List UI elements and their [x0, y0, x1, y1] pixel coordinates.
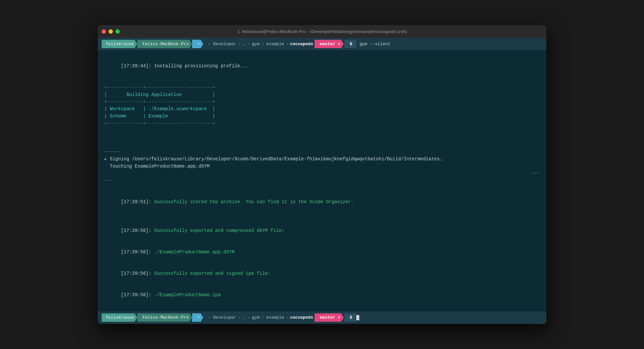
prompt-ellipsis: …: [242, 42, 246, 47]
scheme-label: Scheme: [110, 113, 126, 119]
bottom-dollar: $: [344, 313, 356, 322]
bottom-sep3: ›: [260, 315, 266, 320]
msg-dsym2: ./ExampleProductName.app.dSYM: [154, 249, 235, 255]
ts-ipa2: [17:39:56]:: [121, 292, 154, 298]
line-dsym-exported: [17:39:56]: Successfully exported and co…: [104, 220, 540, 241]
dash-line3: ---: [104, 177, 540, 184]
table-section: +-------------+------------------------+…: [104, 84, 540, 127]
prompt-example: example: [266, 42, 285, 47]
blank5: [104, 184, 540, 192]
traffic-lights: [102, 29, 120, 34]
line-dsym-path: [17:39:56]: ./ExampleProductName.app.dSY…: [104, 241, 540, 263]
terminal-body: [17:39:44]: Installing provisioning prof…: [98, 50, 546, 311]
blank1: [104, 77, 540, 84]
msg-ipa2: ./ExampleProductName.ipa: [154, 292, 221, 298]
window-title: 1. felixkrause@Felixs-MacBook-Pro: ~/Dev…: [237, 29, 407, 34]
table-workspace-row: | Workspace | ./Example.xcworkspace |: [104, 106, 540, 113]
msg-ipa1: Successfully exported and signed ipa fil…: [154, 271, 271, 276]
prompt-dollar: $: [344, 40, 356, 48]
table-title-text: Building Application: [126, 92, 182, 97]
prompt-developer: Developer: [212, 42, 237, 47]
titlebar: 1. felixkrause@Felixs-MacBook-Pro: ~/Dev…: [98, 25, 546, 38]
blank6: [104, 213, 540, 220]
close-button[interactable]: [102, 29, 106, 34]
ts1: [17:39:44]:: [121, 63, 154, 69]
msg-archive: Successfully stored the archive. You can…: [154, 199, 354, 205]
bottom-prompt-host: Felixs-MacBook-Pro: [137, 313, 192, 322]
bottom-git: master +: [314, 313, 343, 322]
sep4: ›: [285, 42, 290, 47]
bottom-prompt-tilde: ~: [192, 313, 203, 322]
sep1: ›: [237, 42, 242, 47]
workspace-label: Workspace: [110, 106, 135, 111]
line-ipa-path: [17:39:56]: ./ExampleProductName.ipa: [104, 284, 540, 306]
bottom-gym: gym: [251, 315, 260, 320]
bottom-sep1: ›: [237, 315, 242, 320]
cursor: [356, 315, 359, 320]
dash-line1: ------: [104, 148, 540, 156]
success-archive: [17:39:51]: Successfully stored the arch…: [104, 192, 540, 213]
prompt-cocoapods: cocoapods: [290, 42, 313, 47]
msg1: Installing provisioning profile...: [154, 63, 248, 69]
ts-dsym2: [17:39:56]:: [121, 249, 154, 255]
bottom-sep2: ›: [246, 315, 251, 320]
ts-ipa1: [17:39:56]:: [121, 271, 154, 276]
touching-line: Touching ExampleProductName.app.dSYM: [104, 163, 540, 170]
bottom-sep4: ›: [285, 315, 290, 320]
prompt-host: Felixs-MacBook-Pro: [137, 40, 192, 48]
line-ipa-exported: [17:39:56]: Successfully exported and si…: [104, 263, 540, 284]
bottom-developer: Developer: [212, 315, 237, 320]
dash-line2: ---: [531, 170, 540, 177]
terminal-window: 1. felixkrause@Felixs-MacBook-Pro: ~/Dev…: [98, 25, 546, 324]
ts-archive: [17:39:51]:: [121, 199, 154, 205]
minimize-button[interactable]: [109, 29, 113, 34]
table-bot: +-------------+------------------------+: [104, 120, 540, 127]
top-prompt-bar: felixkrause Felixs-MacBook-Pro ~ › Devel…: [98, 38, 546, 50]
prompt-gym: gym: [251, 42, 260, 47]
bottom-prompt-bar: felixkrause Felixs-MacBook-Pro ~ › Devel…: [98, 311, 546, 324]
scheme-value: Example: [148, 113, 168, 119]
prompt-git: master +: [314, 40, 343, 48]
line-provisioning: [17:39:44]: Installing provisioning prof…: [104, 55, 540, 77]
bottom-arrow1: ›: [203, 315, 212, 320]
bottom-prompt-user: felixkrause: [102, 313, 137, 322]
blank2: [104, 127, 540, 134]
table-title-row: | Building Application |: [104, 91, 540, 99]
ts-dsym1: [17:39:56]:: [121, 228, 154, 233]
blank4: [104, 142, 540, 149]
blank3: [104, 134, 540, 142]
sep2: ›: [246, 42, 251, 47]
prompt-tilde: ~: [192, 40, 203, 48]
workspace-value: ./Example.xcworkspace: [148, 106, 207, 111]
prompt-command: gym --silent: [360, 42, 391, 47]
maximize-button[interactable]: [115, 29, 120, 34]
prompt-arrow1: ›: [203, 42, 212, 47]
bottom-cocoapods: cocoapods: [290, 315, 313, 320]
sep3: ›: [260, 42, 266, 47]
msg-dsym1: Successfully exported and compressed dSY…: [154, 228, 284, 233]
table-sep: +-------------+------------------------+: [104, 99, 540, 106]
bottom-example: example: [266, 315, 285, 320]
prompt-user: felixkrause: [102, 40, 137, 48]
table-top: +-------------+------------------------+: [104, 84, 540, 91]
signing-line: ▸ Signing /Users/felixkrause/Library/Dev…: [104, 156, 540, 163]
table-scheme-row: | Scheme | Example |: [104, 113, 540, 120]
bottom-ellipsis: …: [242, 315, 246, 320]
